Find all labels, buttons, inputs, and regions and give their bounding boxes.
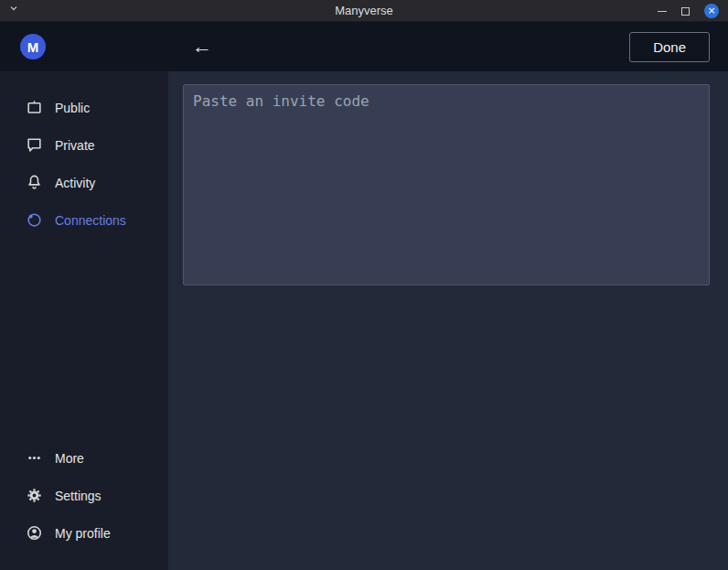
window-title: Manyverse [0,4,728,17]
sidebar-item-activity[interactable]: Activity [0,164,168,201]
sidebar-item-public[interactable]: Public [0,89,168,126]
sidebar-item-more[interactable]: More [0,439,168,477]
sidebar-item-label: Settings [55,489,102,503]
chevron-down-icon[interactable] [9,4,18,13]
back-arrow-icon[interactable]: ← [192,37,212,57]
activity-icon [26,174,43,191]
done-button[interactable]: Done [629,32,710,62]
private-icon [26,136,43,154]
sidebar-item-label: More [55,451,84,466]
window-titlebar: Manyverse × [0,0,728,22]
sidebar-item-my-profile[interactable]: My profile [0,514,168,552]
connections-icon [26,211,43,229]
invite-code-input[interactable] [183,84,710,285]
sidebar-item-connections[interactable]: Connections [0,201,168,239]
sidebar-item-private[interactable]: Private [0,126,168,164]
app-header: M ← Done [0,22,728,71]
sidebar-bottom-group: More [0,439,168,552]
sidebar-item-label: Activity [55,176,95,190]
content: Public Private Activity [0,71,728,570]
main-pane [168,71,728,570]
sidebar-item-label: Public [55,101,90,115]
manyverse-logo[interactable]: M [20,34,46,59]
minimize-icon[interactable] [658,11,667,12]
sidebar: Public Private Activity [0,71,168,570]
restore-icon[interactable] [681,7,690,16]
sidebar-item-settings[interactable]: Settings [0,477,168,514]
header-left: M [0,34,168,59]
more-icon [26,449,43,467]
close-icon[interactable]: × [704,4,719,18]
window-controls: × [658,0,719,22]
sidebar-item-label: Private [55,138,95,153]
sidebar-item-label: My profile [55,526,111,541]
public-icon [26,99,43,116]
settings-icon [26,487,43,504]
profile-icon [26,524,43,542]
sidebar-item-label: Connections [55,213,126,228]
